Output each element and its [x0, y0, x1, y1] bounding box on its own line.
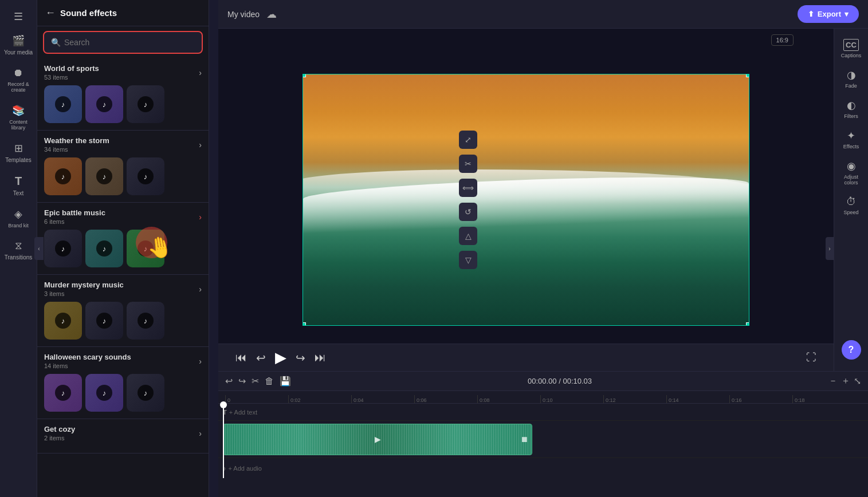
video-clip[interactable]: ▶ ⏹: [223, 424, 532, 455]
sound-thumb-item[interactable]: ♪: [85, 157, 123, 195]
rotate-icon-button[interactable]: ↺: [459, 203, 477, 221]
undo-button[interactable]: ↩: [225, 376, 233, 386]
sound-thumb-item[interactable]: ♪: [85, 85, 123, 123]
right-panel-item-captions[interactable]: CC Captions: [835, 34, 867, 63]
skip-to-end-button[interactable]: ⏭: [315, 351, 326, 364]
delete-button[interactable]: 🗑: [265, 376, 274, 386]
play-icon: ♪: [96, 240, 112, 257]
sidebar-item-content-library[interactable]: 📚 Contentlibrary: [1, 100, 36, 135]
resize-handle-bl[interactable]: [303, 322, 306, 326]
category-title: Murder mystery music: [44, 281, 124, 289]
sidebar-item-brand-kit[interactable]: ◈ Brand kit: [1, 203, 36, 233]
sidebar-item-transitions[interactable]: ⧖ Transitions: [1, 235, 36, 265]
fit-zoom-button[interactable]: ⤡: [854, 376, 861, 386]
sidebar-item-your-media[interactable]: 🎬 Your media: [1, 30, 36, 60]
audio-track: ♪ + Add audio: [218, 458, 868, 478]
flip2-icon-button[interactable]: ▽: [459, 251, 477, 269]
category-header-murder-mystery-music[interactable]: Murder mystery music 3 items ›: [44, 281, 202, 297]
play-icon: ♪: [96, 313, 112, 329]
sound-thumb-item[interactable]: ♪: [85, 374, 123, 412]
right-panel-item-filters[interactable]: ◐ Filters: [835, 94, 867, 124]
sound-thumb-item[interactable]: ♪: [44, 302, 82, 340]
ruler-mark: 0:02: [288, 395, 351, 403]
ruler-mark: 0: [225, 395, 288, 403]
playhead[interactable]: [223, 404, 224, 478]
sound-thumb-item[interactable]: ♪: [127, 230, 164, 267]
category-header-epic-battle-music[interactable]: Epic battle music 6 items ›: [44, 208, 202, 225]
sound-thumb-item[interactable]: ♪: [44, 230, 82, 267]
rewind-button[interactable]: ↩: [256, 351, 266, 365]
share-icon-button[interactable]: ☁: [266, 8, 277, 21]
search-icon: 🔍: [51, 38, 61, 47]
top-bar-right: ⬆ Export ▾: [798, 5, 859, 23]
category-header-halloween-scary-sounds[interactable]: Halloween scary sounds 14 items ›: [44, 353, 202, 369]
right-panel-item-speed[interactable]: ⏱ Speed: [835, 191, 867, 220]
crop-icon-button[interactable]: ✂: [459, 155, 477, 173]
help-button[interactable]: ?: [842, 340, 861, 360]
category-weather-storm: Weather the storm 34 items › ♪ ♪ ♪: [37, 131, 209, 203]
sidebar-label-record: Record &create: [7, 81, 29, 93]
zoom-in-button[interactable]: ＋: [841, 375, 850, 387]
category-header-weather-storm[interactable]: Weather the storm 34 items ›: [44, 136, 202, 153]
top-bar: My video ☁ ⬆ Export ▾: [218, 0, 868, 29]
skip-to-start-button[interactable]: ⏮: [235, 351, 247, 364]
playhead-handle[interactable]: [220, 401, 227, 408]
adjust-colors-label: Adjustcolors: [844, 174, 858, 186]
category-header-world-of-sports[interactable]: World of sports 53 items ›: [44, 64, 202, 81]
video-preview-area: ⤢ ✂ ⟺ ↺ △ ▽ 16:9 ⏮ ↩ ▶ ↪ ⏭ ⛶: [218, 29, 834, 371]
category-header-get-cozy[interactable]: Get cozy 2 items ›: [44, 425, 202, 441]
sound-thumb-item[interactable]: ♪: [127, 302, 164, 340]
sound-thumb-item[interactable]: ♪: [85, 230, 123, 267]
category-murder-mystery-music: Murder mystery music 3 items › ♪ ♪ ♪: [37, 275, 209, 347]
hamburger-menu[interactable]: ☰: [1, 6, 36, 27]
sound-thumb-item[interactable]: ♪: [44, 85, 82, 123]
clip-end-icon: ⏹: [520, 435, 528, 444]
playback-bar: ⏮ ↩ ▶ ↪ ⏭ ⛶: [218, 344, 834, 371]
sound-thumb-item[interactable]: ♪: [127, 374, 164, 412]
category-thumbs: ♪ ♪ ♪: [44, 85, 202, 123]
save-to-media-button[interactable]: 💾: [280, 376, 291, 386]
play-button[interactable]: ▶: [275, 349, 286, 366]
cut-button[interactable]: ✂: [252, 376, 259, 386]
redo-button[interactable]: ↪: [238, 376, 246, 386]
collapse-panel-button[interactable]: ‹: [34, 237, 44, 260]
back-button[interactable]: ←: [45, 7, 56, 19]
play-icon: ♪: [96, 168, 112, 184]
category-count: 2 items: [44, 435, 75, 441]
zoom-out-button[interactable]: －: [828, 375, 838, 387]
add-audio-label[interactable]: ♪ + Add audio: [223, 465, 262, 472]
collapse-right-panel-button[interactable]: ›: [826, 237, 834, 260]
forward-button[interactable]: ↪: [296, 351, 305, 365]
sound-thumb-item[interactable]: ♪: [127, 85, 164, 123]
align-icon-button[interactable]: △: [459, 227, 477, 245]
right-panel-item-adjust-colors[interactable]: ◉ Adjustcolors: [835, 155, 867, 190]
export-button[interactable]: ⬆ Export ▾: [798, 5, 859, 23]
right-panel-item-effects[interactable]: ✦ Effects: [835, 125, 867, 154]
play-icon: ♪: [138, 385, 154, 401]
play-icon: ♪: [138, 168, 154, 184]
sidebar-item-record[interactable]: ⏺ Record &create: [1, 62, 36, 97]
sound-thumb-item[interactable]: ♪: [44, 374, 82, 412]
resize-handle-tr[interactable]: [746, 74, 749, 77]
expand-icon-button[interactable]: ⤢: [459, 131, 477, 149]
category-thumbs: ♪ ♪ ♪: [44, 157, 202, 195]
search-box-container[interactable]: 🔍: [43, 31, 203, 54]
right-panel-item-fade[interactable]: ◑ Fade: [835, 64, 867, 93]
fullscreen-button[interactable]: ⛶: [806, 352, 816, 364]
search-input[interactable]: [64, 38, 195, 47]
flip-icon-button[interactable]: ⟺: [459, 179, 477, 197]
sidebar-item-text[interactable]: T Text: [1, 170, 36, 201]
category-thumbs: ♪ ♪ ♪: [44, 374, 202, 412]
sidebar-item-templates[interactable]: ⊞ Templates: [1, 137, 36, 168]
sound-thumb-item[interactable]: ♪: [44, 157, 82, 195]
text-icon: T: [15, 175, 22, 188]
add-text-label[interactable]: T + Add text: [223, 409, 257, 416]
chevron-right-icon: ›: [199, 285, 202, 294]
sound-thumb-item[interactable]: ♪: [127, 157, 164, 195]
playback-controls: ⏮ ↩ ▶ ↪ ⏭: [235, 349, 326, 366]
sound-thumb-item[interactable]: ♪: [85, 302, 123, 340]
category-count: 3 items: [44, 290, 124, 297]
video-canvas: [303, 74, 749, 326]
resize-handle-br[interactable]: [746, 322, 749, 326]
resize-handle-tl[interactable]: [303, 74, 306, 77]
